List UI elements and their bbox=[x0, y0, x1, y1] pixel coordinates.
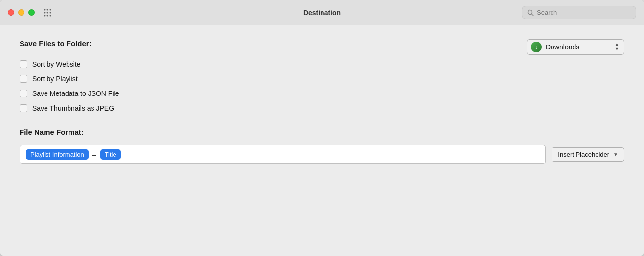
svg-point-7 bbox=[47, 15, 48, 16]
svg-point-3 bbox=[44, 12, 46, 13]
svg-point-1 bbox=[47, 9, 48, 10]
checkbox-label-sort-playlist: Sort by Playlist bbox=[32, 75, 78, 83]
svg-point-0 bbox=[44, 9, 46, 10]
stepper-arrows[interactable]: ▲ ▼ bbox=[615, 42, 619, 52]
checkbox-row-sort-website[interactable]: Sort by Website bbox=[20, 60, 624, 68]
traffic-lights bbox=[8, 9, 35, 16]
download-icon: ↓ bbox=[535, 44, 538, 50]
checkbox-row-sort-playlist[interactable]: Sort by Playlist bbox=[20, 75, 624, 83]
svg-line-10 bbox=[532, 14, 534, 16]
filename-format-row: Playlist Information – Title Insert Plac… bbox=[20, 145, 624, 164]
save-files-label: Save Files to Folder: bbox=[20, 39, 92, 47]
svg-point-6 bbox=[44, 15, 46, 16]
titlebar: Destination bbox=[0, 0, 644, 25]
minimize-button[interactable] bbox=[18, 9, 24, 16]
main-window: Destination Save Files to Folder: ↓ Down… bbox=[0, 0, 644, 256]
file-name-section: File Name Format: Playlist Information –… bbox=[20, 128, 624, 164]
search-icon bbox=[527, 9, 534, 16]
folder-select-wrapper: ↓ Downloads ▲ ▼ bbox=[527, 39, 624, 55]
svg-point-5 bbox=[50, 12, 51, 13]
checkbox-save-metadata[interactable] bbox=[20, 90, 27, 97]
main-content: Save Files to Folder: ↓ Downloads ▲ ▼ bbox=[0, 25, 644, 256]
checkbox-row-save-metadata[interactable]: Save Metadata to JSON File bbox=[20, 90, 624, 97]
insert-placeholder-button[interactable]: Insert Placeholder ▼ bbox=[552, 147, 624, 162]
checkbox-label-save-thumbnails: Save Thumbnails as JPEG bbox=[32, 104, 114, 112]
maximize-button[interactable] bbox=[28, 9, 35, 16]
checkbox-sort-playlist[interactable] bbox=[20, 75, 27, 83]
search-box[interactable] bbox=[522, 6, 636, 19]
close-button[interactable] bbox=[8, 9, 14, 16]
file-name-format-label: File Name Format: bbox=[20, 128, 624, 136]
svg-point-4 bbox=[47, 12, 48, 13]
checkbox-save-thumbnails[interactable] bbox=[20, 104, 27, 112]
checkbox-label-save-metadata: Save Metadata to JSON File bbox=[32, 90, 119, 97]
playlist-info-tag[interactable]: Playlist Information bbox=[26, 149, 89, 160]
checkbox-row-save-thumbnails[interactable]: Save Thumbnails as JPEG bbox=[20, 104, 624, 112]
filename-input-area[interactable]: Playlist Information – Title bbox=[20, 145, 546, 164]
tag-separator: – bbox=[92, 151, 96, 159]
title-tag[interactable]: Title bbox=[100, 149, 121, 160]
grid-icon-svg bbox=[43, 8, 52, 18]
chevron-down-icon: ▼ bbox=[613, 152, 618, 157]
folder-select[interactable]: ↓ Downloads ▲ ▼ bbox=[527, 39, 624, 55]
folder-icon-circle: ↓ bbox=[531, 42, 542, 52]
insert-placeholder-label: Insert Placeholder bbox=[558, 151, 609, 158]
app-grid-icon[interactable] bbox=[43, 8, 52, 18]
stepper-down[interactable]: ▼ bbox=[615, 47, 619, 52]
checkbox-sort-website[interactable] bbox=[20, 60, 27, 68]
svg-point-2 bbox=[50, 9, 51, 10]
window-title: Destination bbox=[303, 9, 341, 17]
svg-point-8 bbox=[50, 15, 51, 16]
search-input[interactable] bbox=[537, 9, 631, 16]
save-folder-row: Save Files to Folder: ↓ Downloads ▲ ▼ bbox=[20, 39, 624, 56]
folder-name: Downloads bbox=[546, 43, 608, 51]
checkboxes-group: Sort by Website Sort by Playlist Save Me… bbox=[20, 60, 624, 112]
checkbox-label-sort-website: Sort by Website bbox=[32, 60, 81, 68]
